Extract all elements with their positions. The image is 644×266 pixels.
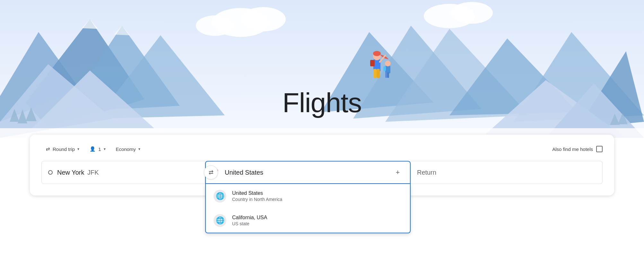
dropdown-item-ca[interactable]: 🌐 California, USA US state <box>206 208 410 233</box>
passengers-button[interactable]: 👤 1 ▾ <box>85 144 110 154</box>
destination-input[interactable] <box>225 169 387 176</box>
svg-point-3 <box>196 15 234 36</box>
svg-rect-30 <box>370 60 375 66</box>
return-field[interactable]: Return <box>411 161 603 184</box>
svg-point-33 <box>385 61 391 66</box>
svg-rect-28 <box>373 69 377 78</box>
page-title: Flights <box>283 87 361 119</box>
origin-field[interactable]: New York JFK <box>41 161 205 184</box>
return-placeholder: Return <box>417 169 436 176</box>
dropdown-item-main: United States <box>232 190 282 196</box>
swap-button[interactable]: ⇄ <box>204 165 218 179</box>
person-icon: 👤 <box>90 146 96 152</box>
input-row: New York JFK ⇄ 📍 + 🌐 United States C <box>41 161 603 184</box>
trip-type-button[interactable]: ⇄ Round trip ▾ <box>41 144 84 154</box>
dropdown-item-text-us: United States Country in North America <box>232 190 282 202</box>
origin-text: New York JFK <box>57 169 99 176</box>
trip-type-label: Round trip <box>53 146 75 152</box>
destination-wrapper: 📍 + 🌐 United States Country in North Ame… <box>205 161 411 184</box>
origin-dot-icon <box>48 170 53 175</box>
svg-rect-34 <box>385 72 387 78</box>
arrows-icon: ⇄ <box>46 146 50 152</box>
also-hotels-label: Also find me hotels <box>552 146 593 152</box>
svg-rect-29 <box>377 69 380 78</box>
add-destination-button[interactable]: + <box>392 167 404 178</box>
svg-point-5 <box>451 2 493 24</box>
dropdown-item-main-ca: California, USA <box>232 215 267 220</box>
svg-rect-36 <box>383 66 386 71</box>
passengers-chevron: ▾ <box>104 147 106 151</box>
dropdown-item[interactable]: 🌐 United States Country in North America <box>206 184 410 208</box>
origin-iata: JFK <box>87 169 99 176</box>
dropdown-item-text-ca: California, USA US state <box>232 215 267 226</box>
destination-field[interactable]: 📍 + <box>205 161 411 184</box>
passengers-count: 1 <box>98 146 101 152</box>
destination-dropdown: 🌐 United States Country in North America… <box>205 184 411 233</box>
cabin-class-label: Economy <box>116 146 136 152</box>
globe-icon-ca: 🌐 <box>213 214 226 227</box>
swap-icon: ⇄ <box>209 169 213 176</box>
hero-section: Flights <box>0 0 644 138</box>
origin-city: New York <box>57 169 84 176</box>
toolbar-row: ⇄ Round trip ▾ 👤 1 ▾ Economy ▾ Also find… <box>41 144 603 154</box>
globe-icon-us: 🌐 <box>213 190 226 203</box>
also-hotels-toggle[interactable]: Also find me hotels <box>552 146 603 152</box>
svg-point-27 <box>373 51 381 56</box>
dropdown-item-sub-ca: US state <box>232 221 267 226</box>
cabin-class-chevron: ▾ <box>138 147 140 151</box>
svg-point-2 <box>241 7 286 31</box>
svg-rect-35 <box>387 72 389 78</box>
search-panel: ⇄ Round trip ▾ 👤 1 ▾ Economy ▾ Also find… <box>30 135 614 195</box>
trip-type-chevron: ▾ <box>77 147 79 151</box>
also-hotels-checkbox[interactable] <box>596 146 603 152</box>
cabin-class-button[interactable]: Economy ▾ <box>111 144 145 154</box>
dropdown-item-sub: Country in North America <box>232 197 282 202</box>
